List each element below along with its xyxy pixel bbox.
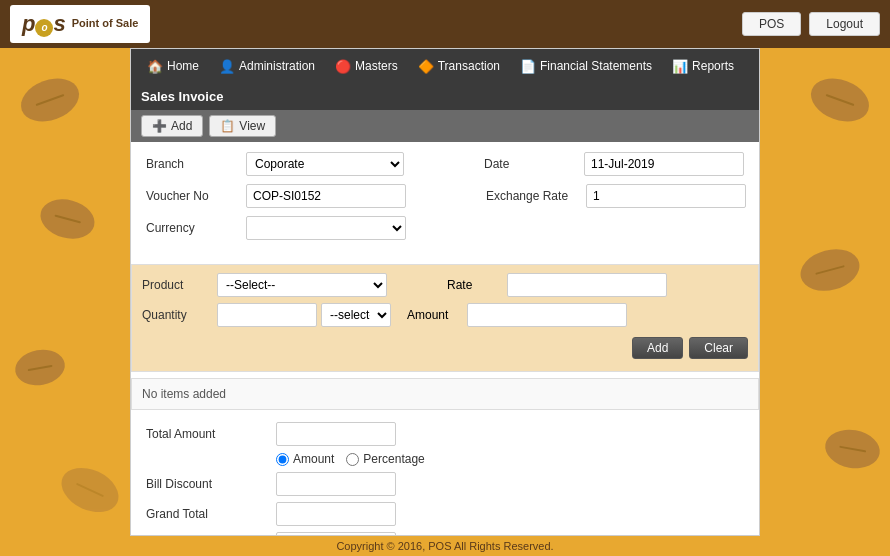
nav-home-label: Home [167,59,199,73]
percentage-radio-label[interactable]: Percentage [346,452,424,466]
sidebar-item-administration[interactable]: 👤 Administration [209,55,325,78]
amount-radio-label[interactable]: Amount [276,452,334,466]
branch-row: Branch Coporate Date [146,152,744,176]
pos-button[interactable]: POS [742,12,801,36]
amount-input[interactable] [467,303,627,327]
product-section: Product --Select-- Rate Quantity --selec… [131,264,759,372]
sidebar-item-home[interactable]: 🏠 Home [137,55,209,78]
currency-label: Currency [146,221,246,235]
summary-section: Total Amount Amount Percentage Bill Disc… [131,416,759,536]
sidebar-item-masters[interactable]: 🔴 Masters [325,55,408,78]
amount-option-label: Amount [293,452,334,466]
financial-icon: 📄 [520,59,536,74]
top-buttons: POS Logout [742,12,880,36]
quantity-input[interactable] [217,303,317,327]
items-table: No items added [131,378,759,410]
nav-financial-label: Financial Statements [540,59,652,73]
toolbar: ➕ Add 📋 View [131,110,759,142]
discount-type-row: Amount Percentage [146,452,744,466]
top-bar: pos Point of Sale POS Logout [0,0,890,48]
currency-row: Currency [146,216,744,240]
bill-discount-label: Bill Discount [146,477,276,491]
total-amount-row: Total Amount [146,422,744,446]
exchange-group: Exchange Rate [486,184,746,208]
date-label: Date [484,157,584,171]
date-group: Date [484,152,744,176]
grand-total-label: Grand Total [146,507,276,521]
sidebar-item-reports[interactable]: 📊 Reports [662,55,744,78]
amount-label: Amount [407,308,467,322]
page-title: Sales Invoice [141,89,223,104]
amount-radio[interactable] [276,453,289,466]
action-row: Add Clear [142,333,748,363]
logo-area: pos Point of Sale [10,5,150,43]
masters-icon: 🔴 [335,59,351,74]
voucher-label: Voucher No [146,189,246,203]
home-icon: 🏠 [147,59,163,74]
product-add-button[interactable]: Add [632,337,683,359]
grand-total-input[interactable] [276,502,396,526]
add-label: Add [171,119,192,133]
product-select[interactable]: --Select-- [217,273,387,297]
nav-transaction-label: Transaction [438,59,500,73]
view-icon: 📋 [220,119,235,133]
product-label: Product [142,278,217,292]
copyright-text: Copyright © 2016, POS All Rights Reserve… [336,540,553,552]
quantity-label: Quantity [142,308,217,322]
voucher-input[interactable] [246,184,406,208]
date-input[interactable] [584,152,744,176]
percentage-radio[interactable] [346,453,359,466]
voucher-row: Voucher No Exchange Rate [146,184,744,208]
grand-total-row: Grand Total [146,502,744,526]
total-amount-input[interactable] [276,422,396,446]
transaction-icon: 🔶 [418,59,434,74]
view-button[interactable]: 📋 View [209,115,276,137]
sidebar-item-transaction[interactable]: 🔶 Transaction [408,55,510,78]
logo-subtitle: Point of Sale [72,17,139,30]
bill-discount-input[interactable] [276,472,396,496]
form-area: Branch Coporate Date Voucher No Exchange… [131,142,759,258]
logo-circle: o [35,19,53,37]
footer: Copyright © 2016, POS All Rights Reserve… [0,536,890,556]
exchange-rate-input[interactable] [586,184,746,208]
product-clear-button[interactable]: Clear [689,337,748,359]
currency-select[interactable] [246,216,406,240]
percentage-option-label: Percentage [363,452,424,466]
rate-input[interactable] [507,273,667,297]
nav-admin-label: Administration [239,59,315,73]
nav-masters-label: Masters [355,59,398,73]
product-row: Product --Select-- Rate [142,273,748,297]
rate-label: Rate [447,278,507,292]
view-label: View [239,119,265,133]
nav-reports-label: Reports [692,59,734,73]
main-content: 🏠 Home 👤 Administration 🔴 Masters 🔶 Tran… [130,48,760,536]
add-icon: ➕ [152,119,167,133]
sidebar-item-financial-statements[interactable]: 📄 Financial Statements [510,55,662,78]
exchange-rate-label: Exchange Rate [486,189,586,203]
branch-select[interactable]: Coporate [246,152,404,176]
nav-bar: 🏠 Home 👤 Administration 🔴 Masters 🔶 Tran… [131,49,759,83]
reports-icon: 📊 [672,59,688,74]
bill-discount-row: Bill Discount [146,472,744,496]
add-button[interactable]: ➕ Add [141,115,203,137]
unit-select[interactable]: --select-- [321,303,391,327]
admin-icon: 👤 [219,59,235,74]
items-empty-message: No items added [132,379,758,409]
logout-button[interactable]: Logout [809,12,880,36]
total-amount-label: Total Amount [146,427,276,441]
page-title-bar: Sales Invoice [131,83,759,110]
quantity-row: Quantity --select-- Amount [142,303,748,327]
branch-label: Branch [146,157,246,171]
logo-pos-text: pos [22,11,66,37]
